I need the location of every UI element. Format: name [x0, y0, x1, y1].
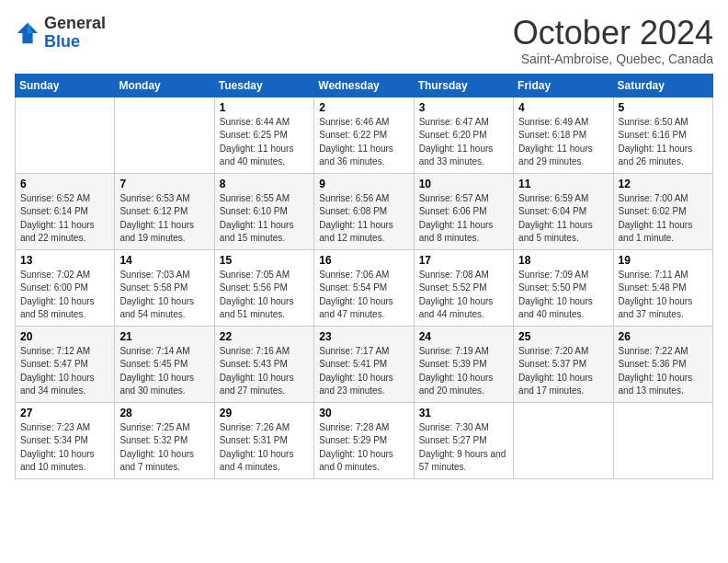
- logo-general: General: [44, 15, 106, 33]
- calendar-day-cell: 20Sunrise: 7:12 AMSunset: 5:47 PMDayligh…: [16, 326, 115, 402]
- day-info: Sunrise: 7:16 AMSunset: 5:43 PMDaylight:…: [220, 345, 309, 398]
- day-info: Sunrise: 7:08 AMSunset: 5:52 PMDaylight:…: [419, 269, 508, 322]
- day-number: 31: [419, 407, 508, 419]
- calendar-day-cell: 7Sunrise: 6:53 AMSunset: 6:12 PMDaylight…: [115, 173, 214, 249]
- day-info: Sunrise: 6:53 AMSunset: 6:12 PMDaylight:…: [119, 192, 209, 246]
- logo-icon: [15, 20, 40, 46]
- calendar-day-cell: 25Sunrise: 7:20 AMSunset: 5:37 PMDayligh…: [514, 326, 613, 402]
- calendar-header-cell: Tuesday: [214, 74, 313, 97]
- calendar-day-cell: 26Sunrise: 7:22 AMSunset: 5:36 PMDayligh…: [613, 326, 712, 402]
- day-info: Sunrise: 7:12 AMSunset: 5:47 PMDaylight:…: [20, 345, 109, 398]
- day-info: Sunrise: 7:05 AMSunset: 5:56 PMDaylight:…: [220, 269, 309, 322]
- calendar-day-cell: 22Sunrise: 7:16 AMSunset: 5:43 PMDayligh…: [214, 326, 313, 402]
- day-number: 12: [619, 178, 708, 190]
- calendar-day-cell: 10Sunrise: 6:57 AMSunset: 6:06 PMDayligh…: [414, 173, 513, 249]
- day-info: Sunrise: 7:00 AMSunset: 6:02 PMDaylight:…: [619, 192, 708, 246]
- day-info: Sunrise: 7:09 AMSunset: 5:50 PMDaylight:…: [518, 269, 608, 322]
- calendar-day-cell: [115, 97, 214, 173]
- calendar-header-cell: Saturday: [613, 74, 712, 97]
- day-number: 22: [220, 330, 309, 343]
- day-info: Sunrise: 7:25 AMSunset: 5:32 PMDaylight:…: [119, 421, 209, 475]
- calendar-day-cell: 21Sunrise: 7:14 AMSunset: 5:45 PMDayligh…: [115, 326, 214, 402]
- day-info: Sunrise: 6:56 AMSunset: 6:08 PMDaylight:…: [319, 192, 408, 246]
- calendar-header-cell: Wednesday: [314, 74, 414, 97]
- calendar-day-cell: 6Sunrise: 6:52 AMSunset: 6:14 PMDaylight…: [16, 173, 115, 249]
- day-info: Sunrise: 7:30 AMSunset: 5:27 PMDaylight:…: [419, 421, 508, 475]
- calendar-day-cell: 2Sunrise: 6:46 AMSunset: 6:22 PMDaylight…: [314, 97, 414, 173]
- day-info: Sunrise: 6:47 AMSunset: 6:20 PMDaylight:…: [419, 116, 508, 169]
- day-number: 9: [319, 178, 408, 190]
- day-info: Sunrise: 6:55 AMSunset: 6:10 PMDaylight:…: [220, 192, 309, 246]
- calendar-header-cell: Sunday: [16, 74, 115, 97]
- day-number: 10: [419, 178, 508, 190]
- calendar-day-cell: [613, 402, 712, 478]
- page-header: General Blue October 2024 Saint-Ambroise…: [15, 15, 713, 66]
- calendar-day-cell: 12Sunrise: 7:00 AMSunset: 6:02 PMDayligh…: [613, 173, 712, 249]
- day-info: Sunrise: 7:03 AMSunset: 5:58 PMDaylight:…: [119, 269, 209, 322]
- calendar-day-cell: 8Sunrise: 6:55 AMSunset: 6:10 PMDaylight…: [214, 173, 313, 249]
- day-info: Sunrise: 6:46 AMSunset: 6:22 PMDaylight:…: [319, 116, 408, 169]
- calendar-day-cell: 3Sunrise: 6:47 AMSunset: 6:20 PMDaylight…: [414, 97, 513, 173]
- day-info: Sunrise: 7:14 AMSunset: 5:45 PMDaylight:…: [119, 345, 209, 398]
- day-number: 30: [319, 407, 408, 419]
- calendar-day-cell: 1Sunrise: 6:44 AMSunset: 6:25 PMDaylight…: [214, 97, 313, 173]
- calendar-day-cell: 28Sunrise: 7:25 AMSunset: 5:32 PMDayligh…: [115, 402, 214, 478]
- calendar-header-row: SundayMondayTuesdayWednesdayThursdayFrid…: [16, 74, 713, 97]
- day-number: 19: [619, 254, 708, 267]
- calendar-week-row: 20Sunrise: 7:12 AMSunset: 5:47 PMDayligh…: [16, 326, 713, 402]
- day-number: 4: [518, 101, 608, 114]
- day-number: 8: [220, 178, 309, 190]
- calendar-day-cell: 16Sunrise: 7:06 AMSunset: 5:54 PMDayligh…: [314, 249, 414, 326]
- day-info: Sunrise: 7:02 AMSunset: 6:00 PMDaylight:…: [20, 269, 109, 322]
- calendar-table: SundayMondayTuesdayWednesdayThursdayFrid…: [15, 74, 713, 479]
- calendar-day-cell: 15Sunrise: 7:05 AMSunset: 5:56 PMDayligh…: [214, 249, 313, 326]
- calendar-week-row: 6Sunrise: 6:52 AMSunset: 6:14 PMDaylight…: [16, 173, 713, 249]
- day-info: Sunrise: 6:57 AMSunset: 6:06 PMDaylight:…: [419, 192, 508, 246]
- day-number: 24: [419, 330, 508, 343]
- day-number: 14: [119, 254, 209, 267]
- day-number: 21: [119, 330, 209, 343]
- calendar-day-cell: 17Sunrise: 7:08 AMSunset: 5:52 PMDayligh…: [414, 249, 513, 326]
- calendar-day-cell: 27Sunrise: 7:23 AMSunset: 5:34 PMDayligh…: [16, 402, 115, 478]
- calendar-day-cell: 30Sunrise: 7:28 AMSunset: 5:29 PMDayligh…: [314, 402, 414, 478]
- calendar-day-cell: 23Sunrise: 7:17 AMSunset: 5:41 PMDayligh…: [314, 326, 414, 402]
- calendar-day-cell: 19Sunrise: 7:11 AMSunset: 5:48 PMDayligh…: [613, 249, 712, 326]
- calendar-day-cell: 24Sunrise: 7:19 AMSunset: 5:39 PMDayligh…: [414, 326, 513, 402]
- day-number: 7: [119, 178, 209, 190]
- day-number: 2: [319, 101, 408, 114]
- day-info: Sunrise: 7:19 AMSunset: 5:39 PMDaylight:…: [419, 345, 508, 398]
- calendar-week-row: 13Sunrise: 7:02 AMSunset: 6:00 PMDayligh…: [16, 249, 713, 326]
- day-info: Sunrise: 6:52 AMSunset: 6:14 PMDaylight:…: [20, 192, 109, 246]
- calendar-day-cell: 13Sunrise: 7:02 AMSunset: 6:00 PMDayligh…: [16, 249, 115, 326]
- title-block: October 2024 Saint-Ambroise, Quebec, Can…: [513, 15, 713, 66]
- day-number: 15: [220, 254, 309, 267]
- day-number: 25: [518, 330, 608, 343]
- calendar-week-row: 27Sunrise: 7:23 AMSunset: 5:34 PMDayligh…: [16, 402, 713, 478]
- day-number: 16: [319, 254, 408, 267]
- day-number: 3: [419, 101, 508, 114]
- calendar-header-cell: Monday: [115, 74, 214, 97]
- day-info: Sunrise: 7:11 AMSunset: 5:48 PMDaylight:…: [619, 269, 708, 322]
- day-info: Sunrise: 7:26 AMSunset: 5:31 PMDaylight:…: [220, 421, 309, 475]
- day-number: 23: [319, 330, 408, 343]
- day-info: Sunrise: 7:28 AMSunset: 5:29 PMDaylight:…: [319, 421, 408, 475]
- calendar-day-cell: [514, 402, 613, 478]
- calendar-day-cell: 31Sunrise: 7:30 AMSunset: 5:27 PMDayligh…: [414, 402, 513, 478]
- calendar-day-cell: 29Sunrise: 7:26 AMSunset: 5:31 PMDayligh…: [214, 402, 313, 478]
- calendar-day-cell: 11Sunrise: 6:59 AMSunset: 6:04 PMDayligh…: [514, 173, 613, 249]
- day-info: Sunrise: 7:06 AMSunset: 5:54 PMDaylight:…: [319, 269, 408, 322]
- calendar-title: October 2024: [513, 15, 713, 52]
- calendar-day-cell: 9Sunrise: 6:56 AMSunset: 6:08 PMDaylight…: [314, 173, 414, 249]
- logo: General Blue: [15, 15, 106, 52]
- calendar-day-cell: 5Sunrise: 6:50 AMSunset: 6:16 PMDaylight…: [613, 97, 712, 173]
- day-info: Sunrise: 6:44 AMSunset: 6:25 PMDaylight:…: [220, 116, 309, 169]
- day-info: Sunrise: 7:17 AMSunset: 5:41 PMDaylight:…: [319, 345, 408, 398]
- day-number: 17: [419, 254, 508, 267]
- day-info: Sunrise: 6:49 AMSunset: 6:18 PMDaylight:…: [518, 116, 608, 169]
- day-number: 5: [619, 101, 708, 114]
- day-info: Sunrise: 7:20 AMSunset: 5:37 PMDaylight:…: [518, 345, 608, 398]
- day-number: 13: [20, 254, 109, 267]
- day-number: 20: [20, 330, 109, 343]
- calendar-day-cell: 18Sunrise: 7:09 AMSunset: 5:50 PMDayligh…: [514, 249, 613, 326]
- day-number: 29: [220, 407, 309, 419]
